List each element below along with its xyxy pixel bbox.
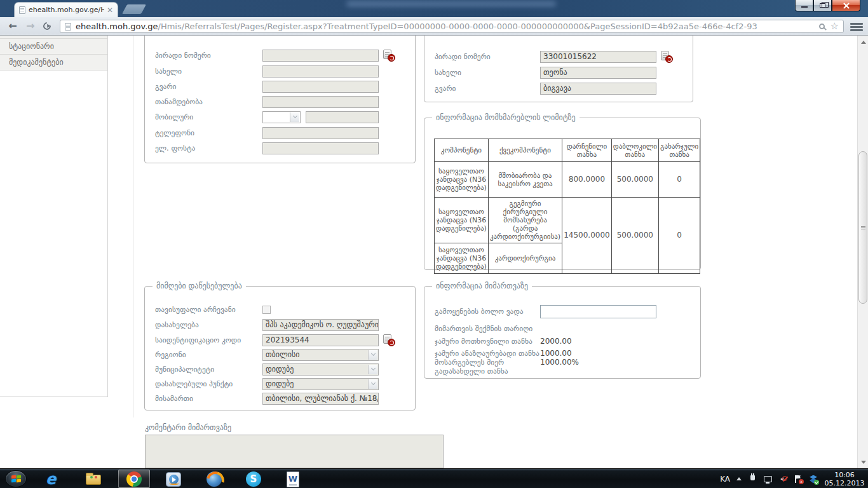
fieldset-legend: ინფორმაცია მიმართვაზე [432, 281, 532, 290]
subcomponent-cell: კარდიოქირურგია [488, 243, 562, 274]
clear-lookup-icon[interactable] [383, 50, 394, 61]
remaining-cell: 800.0000 [562, 162, 612, 198]
tray-expand-icon[interactable] [736, 475, 742, 480]
telephone-input[interactable] [262, 127, 379, 139]
email-input[interactable] [262, 142, 379, 154]
field-label: თავისუფალი არჩევანი [155, 305, 262, 314]
folder-icon [86, 475, 101, 485]
taskbar-word-button[interactable]: W [285, 471, 301, 487]
payable-amount-value: 1000.00% [540, 358, 579, 367]
taskbar-ie-button[interactable]: e [46, 471, 62, 487]
firefox-icon [207, 471, 222, 487]
requested-amount-value: 2000.00 [540, 337, 572, 346]
free-choice-checkbox[interactable] [262, 306, 271, 314]
tab-favicon-icon [19, 6, 25, 14]
field-label: დასახელება [155, 320, 262, 329]
background-window-blur [346, 1, 556, 6]
municipality-select[interactable]: დიდუბე [262, 363, 379, 376]
zoom-icon[interactable] [819, 24, 825, 29]
field-label: სახელი [435, 68, 540, 77]
institution-name-input[interactable]: შპს აკადემიკოს ო. ღუდუშაურის ს [262, 319, 379, 331]
tab-close-icon[interactable]: ✕ [107, 6, 113, 14]
field-label: ტელეფონი [155, 128, 262, 137]
position-input[interactable] [262, 96, 379, 108]
col-header: ქვეკომპონენტი [488, 139, 562, 162]
power-icon[interactable] [748, 475, 757, 484]
url-text: ehealth.moh.gov.ge/Hmis/ReferralsTest/Pa… [76, 22, 815, 31]
taskbar-firefox-button[interactable] [206, 471, 222, 487]
comment-textarea[interactable] [145, 435, 444, 468]
browser-tab[interactable]: ehealth.moh.gov.ge/Hmis ✕ [14, 2, 118, 17]
vertical-scrollbar[interactable] [857, 36, 868, 468]
mobile-prefix-select[interactable] [262, 111, 301, 123]
settlement-select[interactable]: დიდუბე [262, 378, 379, 390]
beneficiary-lastname-input[interactable]: ბიგვავა [540, 83, 656, 95]
restore-button[interactable] [813, 0, 832, 11]
blocked-cell: 500.0000 [611, 198, 658, 274]
mobile-input[interactable] [306, 111, 379, 123]
internet-explorer-icon: e [46, 470, 56, 488]
browser-toolbar: ← → ehealth.moh.gov.ge/Hmis/ReferralsTes… [0, 17, 868, 36]
clear-lookup-icon[interactable] [383, 334, 394, 346]
field-label: რეგიონი [155, 350, 262, 359]
scroll-up-icon[interactable] [858, 37, 868, 47]
chrome-menu-icon[interactable] [850, 23, 863, 25]
chevron-down-icon[interactable] [368, 350, 377, 360]
field-label: ჯამური ანაზღაურებადი თანხა [435, 349, 540, 358]
fieldset-legend: მიმღები დაწესებულება [153, 281, 246, 290]
action-center-icon[interactable]: x [794, 475, 803, 484]
personal-number-input[interactable] [262, 50, 379, 62]
taskbar-wmp-button[interactable] [165, 471, 182, 487]
volume-muted-icon[interactable] [778, 475, 787, 484]
back-button[interactable]: ← [5, 19, 20, 33]
sidebar-item-stationary[interactable]: სტაციონარი [0, 39, 107, 55]
url-path: /Hmis/ReferralsTest/Pages/Register.aspx?… [158, 22, 757, 31]
chevron-down-icon[interactable] [368, 379, 377, 389]
col-header: გახარჯული თანხა [659, 139, 700, 162]
chevron-down-icon[interactable] [290, 112, 299, 122]
network-icon[interactable] [763, 475, 772, 484]
tab-title: ehealth.moh.gov.ge/Hmis [29, 6, 104, 14]
field-label: გვარი [435, 84, 540, 93]
identification-code-input[interactable]: 202193544 [262, 334, 379, 346]
field-label: მუნიციპალიტეტი [155, 365, 262, 374]
chevron-down-icon[interactable] [368, 365, 377, 374]
address-input[interactable]: თბილისი, ლუბლიანას ქ. №18/20 [262, 393, 379, 405]
dropbox-icon[interactable] [809, 475, 818, 484]
beneficiary-fieldset: პირადი ნომერი 33001015622 სახელი თეონა გ… [424, 36, 693, 102]
subcomponent-cell: გეგმიური ქირურგიული მომსახურება (გარდა კ… [488, 198, 562, 243]
receiver-fieldset: მიმღები დაწესებულება თავისუფალი არჩევანი… [144, 286, 416, 410]
taskbar-explorer-button[interactable] [85, 471, 102, 487]
refresh-button[interactable] [42, 21, 53, 32]
date: 05.12.2013 [824, 479, 865, 487]
remaining-cell: 14500.0000 [562, 198, 612, 274]
scroll-down-icon[interactable] [858, 457, 868, 467]
beneficiary-personal-number-input[interactable]: 33001015622 [540, 51, 656, 63]
sidebar-item-medications[interactable]: მედიკამენტები [0, 55, 107, 71]
bookmark-star-icon[interactable]: ☆ [831, 22, 839, 31]
clear-lookup-icon[interactable] [661, 51, 672, 62]
col-header: კომპონენტი [435, 139, 489, 162]
scrollbar-thumb[interactable] [858, 151, 867, 304]
taskbar-skype-button[interactable]: S [245, 471, 262, 487]
language-indicator[interactable]: KA [720, 475, 730, 484]
region-select[interactable]: თბილისი [262, 349, 379, 361]
start-button[interactable] [5, 470, 27, 487]
field-label: მოსარგებლეს მიერგადასახდელი თანხა [435, 358, 540, 376]
address-bar[interactable]: ehealth.moh.gov.ge/Hmis/ReferralsTest/Pa… [60, 20, 844, 33]
clock[interactable]: 10:06 05.12.2013 [824, 471, 865, 487]
close-button[interactable] [832, 0, 860, 11]
field-label: გვარი [155, 82, 262, 91]
word-icon: W [287, 471, 299, 487]
forward-button[interactable]: → [23, 19, 38, 33]
field-label: მიმართვის შექმნის თარიღი [435, 324, 540, 333]
lastname-input[interactable] [262, 81, 379, 93]
beneficiary-firstname-input[interactable]: თეონა [540, 67, 656, 79]
minimize-button[interactable] [795, 0, 813, 11]
expiry-date-input[interactable] [540, 305, 656, 318]
field-label: მისამართი [155, 394, 262, 403]
table-row: საყოველთაო ჯანდაცვა (N36 დადგენილება) მშ… [435, 162, 700, 198]
media-player-icon [166, 472, 181, 487]
taskbar-chrome-button[interactable] [126, 471, 142, 487]
firstname-input[interactable] [262, 65, 379, 78]
